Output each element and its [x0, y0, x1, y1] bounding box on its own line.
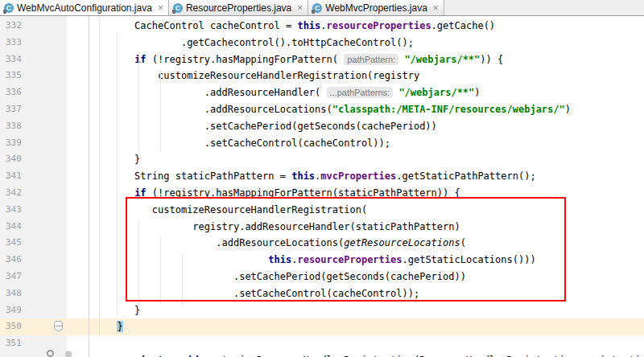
code-token	[105, 54, 134, 65]
gutter-cell[interactable]: 343	[0, 202, 67, 219]
line-number: 345	[6, 237, 22, 248]
gutter-cell[interactable]: 340	[0, 151, 67, 168]
gutter-cell[interactable]: 339	[0, 135, 67, 152]
line-number: 340	[6, 154, 22, 164]
code-text[interactable]: .addResourceHandler( ...pathPatterns: "/…	[105, 84, 481, 101]
code-text[interactable]: customizeResourceHandlerRegistration(reg…	[105, 68, 419, 84]
code-line: 351	[0, 335, 644, 352]
code-token: String staticPathPattern =	[105, 170, 291, 182]
code-line: 349 }	[0, 302, 644, 319]
code-token: .setCacheControl(cacheControl));	[105, 137, 390, 149]
code-line: 337 .addResourceLocations("classpath:/ME…	[0, 101, 644, 118]
class-icon: C	[173, 3, 183, 13]
line-number: 337	[6, 104, 22, 114]
gutter-cell[interactable]: 347	[0, 269, 67, 285]
code-token: .	[320, 20, 326, 31]
code-line: 334 if (!registry.hasMappingForPattern( …	[0, 51, 644, 68]
tab-WebMvcProperties.java[interactable]: CWebMvcProperties.java×	[308, 0, 444, 15]
fold-column	[67, 352, 105, 357]
line-number: 336	[6, 87, 22, 97]
gutter-cell[interactable]: 341	[0, 168, 67, 185]
code-text[interactable]: }	[105, 151, 140, 168]
blob-gutter-icon	[65, 351, 72, 357]
line-number: 344	[6, 221, 22, 232]
code-token: "/webjars/**"	[398, 87, 474, 98]
line-number: 342	[6, 187, 22, 198]
lock-badge-icon	[3, 10, 6, 14]
code-token: "classpath:/META-INF/resources/webjars/"	[332, 104, 565, 115]
line-number: 349	[6, 305, 22, 315]
indent-guide	[99, 16, 100, 335]
gutter-cell[interactable]: 345	[0, 235, 67, 252]
gutter-separator	[89, 16, 89, 357]
fold-column	[67, 335, 105, 352]
gutter-cell[interactable]: 336	[0, 84, 67, 101]
code-editor[interactable]: 332 CacheControl cacheControl = this.res…	[0, 16, 644, 357]
code-text[interactable]: .setCacheControl(cacheControl));	[105, 135, 390, 152]
code-text[interactable]: .setCachePeriod(getSeconds(cachePeriod))	[105, 118, 437, 135]
code-token: if	[134, 54, 146, 65]
line-number: 335	[6, 70, 22, 80]
gutter-cell[interactable]: 333	[0, 35, 67, 51]
code-text[interactable]: if (!registry.hasMappingForPattern( path…	[105, 51, 503, 68]
code-line: 335 customizeResourceHandlerRegistration…	[0, 68, 644, 84]
parameter-hint: ...pathPatterns:	[327, 87, 394, 98]
code-text[interactable]: private void customizeResourceHandlerReg…	[105, 352, 644, 357]
code-text[interactable]: .addResourceLocations("classpath:/META-I…	[105, 101, 571, 118]
code-token: )	[474, 87, 480, 98]
gutter-cell[interactable]: 346	[0, 252, 67, 269]
code-line: 341 String staticPathPattern = this.mvcP…	[0, 168, 644, 185]
lock-badge-icon	[312, 10, 315, 14]
code-token: "/webjars/**"	[404, 54, 480, 65]
gutter-cell[interactable]: 349	[0, 302, 67, 319]
code-token	[105, 321, 117, 332]
line-number: 347	[6, 271, 22, 281]
gutter-cell[interactable]	[0, 352, 67, 357]
line-number: 334	[6, 54, 22, 64]
code-text[interactable]: CacheControl cacheControl = this.resourc…	[105, 18, 495, 35]
code-token: .addResourceLocations(	[105, 104, 332, 115]
code-text[interactable]: }	[105, 302, 140, 319]
gutter-cell[interactable]: 351	[0, 335, 67, 352]
line-number: 351	[6, 338, 22, 348]
line-number: 341	[6, 170, 22, 181]
circle-gutter-icon	[47, 350, 54, 357]
code-text[interactable]: String staticPathPattern = this.mvcPrope…	[105, 168, 536, 185]
close-icon[interactable]: ×	[297, 3, 303, 13]
code-token: customizeResourceHandlerRegistration(reg…	[105, 70, 419, 81]
gutter-cell[interactable]: 334	[0, 51, 67, 68]
fold-marker-icon[interactable]	[54, 321, 63, 331]
code-line-partial: private void customizeResourceHandlerReg…	[0, 352, 644, 357]
gutter-cell[interactable]: 344	[0, 219, 67, 236]
close-icon[interactable]: ×	[433, 3, 439, 13]
tab-label: WebMvcProperties.java	[325, 2, 427, 14]
close-icon[interactable]: ×	[158, 3, 163, 13]
tab-ResourceProperties.java[interactable]: CResourceProperties.java×	[169, 0, 308, 15]
tab-label: ResourceProperties.java	[186, 2, 291, 14]
code-token: .setCachePeriod(getSeconds(cachePeriod))	[105, 121, 437, 132]
code-line: 338 .setCachePeriod(getSeconds(cachePeri…	[0, 118, 644, 135]
code-token: }	[105, 305, 140, 316]
code-line: 332 CacheControl cacheControl = this.res…	[0, 18, 644, 35]
line-number: 333	[6, 37, 22, 47]
gutter-cell[interactable]: 348	[0, 285, 67, 302]
editor-tab-bar: CWebMvcAutoConfiguration.java×CResourceP…	[0, 0, 644, 16]
gutter-cell[interactable]: 337	[0, 101, 67, 118]
gutter-cell[interactable]: 332	[0, 18, 67, 35]
code-text[interactable]: .getCachecontrol().toHttpCacheControl();	[105, 35, 414, 51]
code-line: 350 }	[0, 318, 644, 335]
gutter-cell[interactable]: 335	[0, 68, 67, 84]
gutter-cell[interactable]: 350	[0, 318, 67, 335]
code-token: )	[565, 104, 571, 115]
gutter-cell[interactable]: 342	[0, 185, 67, 202]
code-token: (!registry.hasMappingForPattern(	[147, 54, 345, 65]
tab-WebMvcAutoConfiguration.java[interactable]: CWebMvcAutoConfiguration.java×	[0, 0, 169, 15]
code-text[interactable]: }	[105, 318, 123, 335]
code-line: 336 .addResourceHandler( ...pathPatterns…	[0, 84, 644, 101]
code-token: this	[291, 170, 315, 182]
line-number: 332	[6, 20, 22, 31]
code-lines: 332 CacheControl cacheControl = this.res…	[0, 18, 644, 357]
code-token: }	[117, 321, 122, 332]
indent-guide	[138, 51, 139, 153]
gutter-cell[interactable]: 338	[0, 118, 67, 135]
